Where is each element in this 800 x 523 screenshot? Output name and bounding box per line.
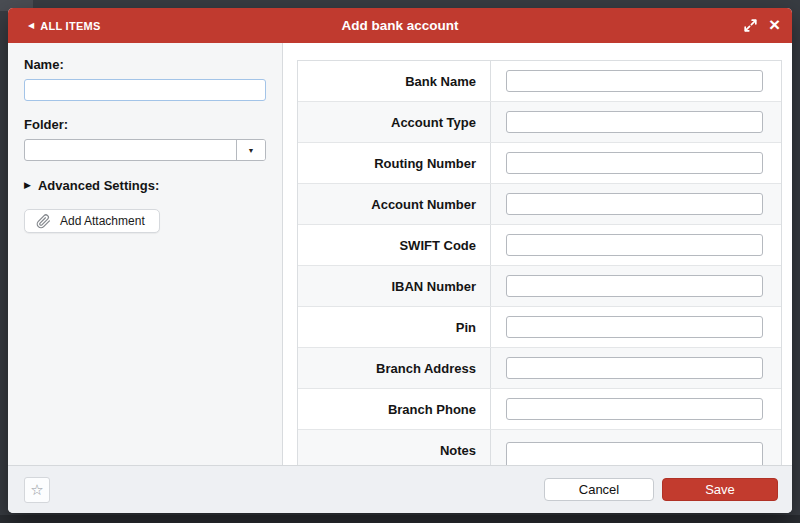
form-row: Routing Number: [298, 143, 781, 184]
field-input[interactable]: [506, 442, 763, 465]
paperclip-icon: [36, 214, 51, 229]
field-input-cell: [491, 61, 781, 101]
advanced-settings-label: Advanced Settings:: [38, 178, 159, 193]
header-window-controls: ×: [744, 8, 780, 43]
field-input-cell: [491, 225, 781, 265]
field-input-cell: [491, 143, 781, 183]
dialog-title: Add bank account: [8, 18, 792, 33]
folder-selected-value: [25, 140, 236, 160]
field-input-cell: [491, 184, 781, 224]
field-label: SWIFT Code: [298, 225, 491, 265]
folder-combobox[interactable]: ▼: [24, 139, 266, 161]
form-row: SWIFT Code: [298, 225, 781, 266]
field-input[interactable]: [506, 152, 763, 174]
favorite-button[interactable]: ☆: [24, 477, 50, 503]
field-input[interactable]: [506, 234, 763, 256]
form-row: Bank Name: [298, 61, 781, 102]
cancel-button[interactable]: Cancel: [544, 478, 654, 501]
field-label: IBAN Number: [298, 266, 491, 306]
field-input-cell: [491, 102, 781, 142]
dialog-header: ◀ ALL ITEMS Add bank account ×: [8, 8, 792, 43]
chevron-down-icon: ▼: [248, 147, 255, 154]
form-panel: Bank NameAccount TypeRouting NumberAccou…: [283, 43, 792, 465]
field-label: Pin: [298, 307, 491, 347]
field-input[interactable]: [506, 111, 763, 133]
field-input[interactable]: [506, 398, 763, 420]
field-input-cell: [491, 389, 781, 429]
field-input-cell: [491, 307, 781, 347]
form-row: Notes: [298, 430, 781, 465]
expand-window-button[interactable]: [744, 19, 757, 32]
close-dialog-button[interactable]: ×: [769, 15, 780, 34]
add-attachment-label: Add Attachment: [60, 214, 145, 228]
expand-diagonal-icon: [744, 19, 757, 32]
form-row: Account Type: [298, 102, 781, 143]
field-label: Notes: [298, 430, 491, 465]
field-input[interactable]: [506, 357, 763, 379]
dialog-footer: ☆ Cancel Save: [8, 465, 792, 513]
field-input[interactable]: [506, 70, 763, 92]
add-attachment-button[interactable]: Add Attachment: [24, 209, 160, 233]
name-label: Name:: [24, 57, 266, 72]
item-meta-sidebar: Name: Folder: ▼ ▶ Advanced Settings: Add…: [8, 43, 283, 465]
field-input-cell: [491, 430, 781, 465]
item-name-input[interactable]: [24, 79, 266, 101]
form-row: Branch Phone: [298, 389, 781, 430]
desktop-background-strip: [0, 515, 800, 523]
field-input[interactable]: [506, 316, 763, 338]
add-bank-account-dialog: ◀ ALL ITEMS Add bank account × Name:: [8, 8, 792, 513]
field-label: Branch Phone: [298, 389, 491, 429]
save-button[interactable]: Save: [662, 478, 778, 501]
form-row: Account Number: [298, 184, 781, 225]
field-label: Routing Number: [298, 143, 491, 183]
field-label: Branch Address: [298, 348, 491, 388]
disclosure-triangle-icon: ▶: [24, 181, 31, 190]
folder-dropdown-button[interactable]: ▼: [236, 140, 265, 160]
field-input-cell: [491, 348, 781, 388]
form-row: Branch Address: [298, 348, 781, 389]
folder-label: Folder:: [24, 117, 266, 132]
field-input[interactable]: [506, 275, 763, 297]
field-label: Account Type: [298, 102, 491, 142]
field-input-cell: [491, 266, 781, 306]
field-label: Bank Name: [298, 61, 491, 101]
form-row: IBAN Number: [298, 266, 781, 307]
field-input[interactable]: [506, 193, 763, 215]
star-icon: ☆: [30, 481, 43, 499]
field-label: Account Number: [298, 184, 491, 224]
advanced-settings-toggle[interactable]: ▶ Advanced Settings:: [24, 178, 266, 193]
close-icon: ×: [769, 15, 780, 34]
bank-account-form: Bank NameAccount TypeRouting NumberAccou…: [297, 60, 782, 465]
form-row: Pin: [298, 307, 781, 348]
dialog-content: Name: Folder: ▼ ▶ Advanced Settings: Add…: [8, 43, 792, 465]
